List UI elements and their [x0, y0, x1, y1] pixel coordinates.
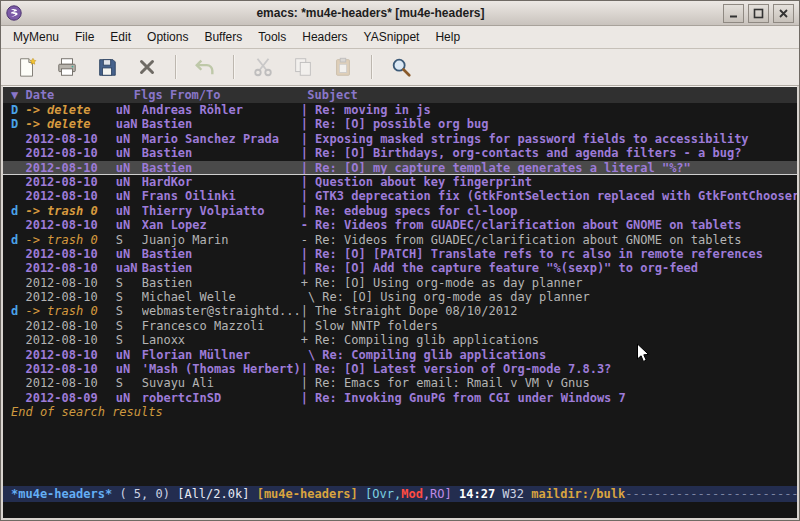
modeline-segment-mod: Mod — [401, 487, 423, 501]
minimize-icon — [728, 8, 739, 19]
message-row[interactable]: d -> trash 0 uN Thierry Volpiatto | Re: … — [3, 204, 797, 218]
message-row[interactable]: 2012-08-10 S Lanoxx + Re: Compiling glib… — [3, 333, 797, 347]
message-subject: | Re: Emacs for email: Rmail v VM v Gnus — [301, 376, 797, 390]
mode-line[interactable]: *mu4e-headers* ( 5, 0) [All/2.0k] [mu4e-… — [3, 486, 797, 502]
message-row[interactable]: 2012-08-10 uN Mario Sanchez Prada | Expo… — [3, 132, 797, 146]
message-subject: | Question about key fingerprint — [301, 175, 797, 189]
message-from: webmaster@straightd... — [142, 304, 301, 318]
emacs-frame: ▼ Date Flgs From/To Subject D -> delete … — [3, 86, 797, 518]
modeline-segment-plain — [249, 487, 256, 501]
message-row[interactable]: D -> delete uaN Bastien | Re: [O] possib… — [3, 117, 797, 131]
message-row[interactable]: 2012-08-10 uN Florian Müllner \ Re: Comp… — [3, 348, 797, 362]
menu-item-buffers[interactable]: Buffers — [196, 27, 250, 47]
message-flags: S — [116, 233, 142, 247]
message-row[interactable]: 2012-08-10 S Francesco Mazzoli | Slow NN… — [3, 319, 797, 333]
message-flags: uN — [116, 103, 142, 117]
message-row[interactable]: 2012-08-09 uN robertcInSD | Re: Invoking… — [3, 391, 797, 405]
cut-icon — [252, 56, 274, 78]
modeline-segment-plain — [358, 487, 365, 501]
message-from: Mario Sanchez Prada — [142, 132, 301, 146]
toolbar-cut-button — [249, 53, 277, 81]
message-row[interactable]: 2012-08-10 S Suvayu Ali | Re: Emacs for … — [3, 376, 797, 390]
menu-item-help[interactable]: Help — [427, 27, 468, 47]
modeline-segment-folder: maildir:/bulk — [531, 487, 625, 501]
mark-char — [11, 319, 25, 333]
toolbar-save-button[interactable] — [93, 53, 121, 81]
message-row[interactable]: 2012-08-10 uN 'Mash (Thomas Herbert) | R… — [3, 362, 797, 376]
message-subject: | Exposing masked strings for password f… — [301, 132, 797, 146]
message-date: 2012-08-10 — [25, 333, 115, 347]
minibuffer-echo-area[interactable] — [3, 502, 797, 518]
message-row[interactable]: 2012-08-10 uN Bastien | Re: [O] Birthday… — [3, 146, 797, 160]
message-from: Frans Oilinki — [142, 189, 301, 203]
message-row[interactable]: 2012-08-10 uaN Bastien | Re: [O] Add the… — [3, 261, 797, 275]
message-date: 2012-08-10 — [25, 161, 115, 174]
title-bar[interactable]: emacs: *mu4e-headers* [mu4e-headers] — [1, 1, 799, 26]
toolbar-print-button[interactable] — [53, 53, 81, 81]
message-subject: | Re: [O] [PATCH] Translate refs to rc a… — [301, 247, 797, 261]
new-file-icon — [16, 56, 38, 78]
save-icon — [96, 56, 118, 78]
modeline-segment-buffer: *mu4e-headers* — [11, 487, 112, 501]
modeline-segment-dashes: ----------------------------------------… — [625, 487, 797, 501]
toolbar-close-buffer-button[interactable] — [133, 53, 161, 81]
menu-item-file[interactable]: File — [67, 27, 102, 47]
buffer-empty-space — [3, 420, 797, 486]
message-from: Andreas Röhler — [142, 103, 301, 117]
message-flags: uN — [116, 161, 142, 174]
message-flags: uN — [116, 132, 142, 146]
minimize-button[interactable] — [723, 4, 744, 23]
toolbar — [1, 49, 799, 86]
menu-item-edit[interactable]: Edit — [102, 27, 139, 47]
mark-char — [11, 333, 25, 347]
message-from: Bastien — [142, 117, 301, 131]
message-subject: | Re: [O] Latest version of Org-mode 7.8… — [301, 362, 797, 376]
message-date: 2012-08-10 — [25, 290, 115, 304]
headers-column-header[interactable]: ▼ Date Flgs From/To Subject — [3, 87, 797, 103]
message-row[interactable]: 2012-08-10 S Michael Welle \ Re: [O] Usi… — [3, 290, 797, 304]
message-row[interactable]: 2012-08-10 uN Bastien | Re: [O] my captu… — [3, 161, 797, 175]
menu-item-tools[interactable]: Tools — [250, 27, 294, 47]
message-date: 2012-08-10 — [25, 175, 115, 189]
maximize-button[interactable] — [748, 4, 769, 23]
message-row[interactable]: d -> trash 0 S Juanjo Marin - Re: Videos… — [3, 233, 797, 247]
message-row[interactable]: D -> delete uN Andreas Röhler | Re: movi… — [3, 103, 797, 117]
menu-item-mymenu[interactable]: MyMenu — [5, 27, 67, 47]
message-subject: - Re: Videos from GUADEC/clarification a… — [301, 218, 797, 232]
modeline-segment-ro: ,RO] — [423, 487, 452, 501]
message-row[interactable]: 2012-08-10 uN Xan Lopez - Re: Videos fro… — [3, 218, 797, 232]
message-date: -> delete — [25, 117, 115, 131]
mark-char — [11, 146, 25, 160]
message-row[interactable]: 2012-08-10 S Bastien + Re: [O] Using org… — [3, 276, 797, 290]
menu-item-headers[interactable]: Headers — [294, 27, 355, 47]
toolbar-search-button[interactable] — [387, 53, 415, 81]
message-date: -> trash 0 — [25, 233, 115, 247]
emacs-window: emacs: *mu4e-headers* [mu4e-headers] MyM… — [0, 0, 800, 521]
message-row[interactable]: 2012-08-10 uN Bastien | Re: [O] [PATCH] … — [3, 247, 797, 261]
mark-char — [11, 218, 25, 232]
mark-char: d — [11, 204, 25, 218]
message-row[interactable]: 2012-08-10 uN Frans Oilinki | GTK3 depre… — [3, 189, 797, 203]
message-from: Bastien — [142, 247, 301, 261]
message-subject: \ Re: Compiling glib applications — [301, 348, 797, 362]
toolbar-separator — [371, 55, 373, 79]
message-from: HardKor — [142, 175, 301, 189]
message-subject: | Re: [O] Birthdays, org-contacts and ag… — [301, 146, 797, 160]
message-row[interactable]: 2012-08-10 uN HardKor | Question about k… — [3, 175, 797, 189]
close-button[interactable] — [773, 4, 794, 23]
message-flags: uN — [116, 391, 142, 405]
modeline-segment-ovr: [Ovr, — [365, 487, 401, 501]
message-row[interactable]: d -> trash 0 S webmaster@straightd... | … — [3, 304, 797, 318]
message-from: Bastien — [142, 261, 301, 275]
menu-item-yasnippet[interactable]: YASnippet — [356, 27, 428, 47]
message-subject: | GTK3 deprecation fix (GtkFontSelection… — [301, 189, 797, 203]
message-flags: uN — [116, 204, 142, 218]
menu-item-options[interactable]: Options — [139, 27, 196, 47]
message-date: -> delete — [25, 103, 115, 117]
message-subject: \ Re: [O] Using org-mode as day planner — [301, 290, 797, 304]
message-from: Michael Welle — [142, 290, 301, 304]
message-subject: | Re: [O] possible org bug — [301, 117, 797, 131]
message-date: 2012-08-10 — [25, 261, 115, 275]
maximize-icon — [753, 8, 764, 19]
toolbar-new-file-button[interactable] — [13, 53, 41, 81]
